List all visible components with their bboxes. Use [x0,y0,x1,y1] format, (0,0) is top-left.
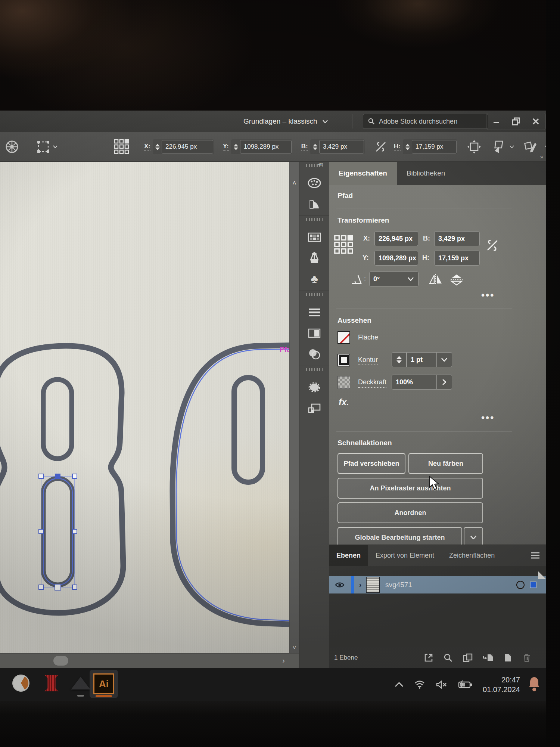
recolor-button[interactable]: Neu färben [408,453,483,474]
layer-name[interactable]: svg4571 [385,581,412,589]
close-button[interactable] [526,113,545,130]
expand-panel-chevrons[interactable]: » [540,154,542,160]
tab-zeichenflaechen[interactable]: Zeichenflächen [442,545,502,566]
align-to-pixel-grid-button[interactable]: An Pixelraster ausrichten [337,478,483,499]
x-value-input[interactable]: 226,945 px [162,140,213,154]
opacity-swatch[interactable] [337,376,350,389]
transform-button[interactable] [466,139,482,155]
visibility-eye-icon[interactable] [335,582,345,588]
b-value-input[interactable]: 3,429 px [319,140,364,154]
gradient-slider-icon[interactable] [307,327,321,340]
horizontal-scrollbar[interactable]: › [0,653,299,668]
transform-y-input[interactable]: 1098,289 px [374,251,418,266]
scroll-right-icon[interactable]: › [282,656,285,665]
wifi-icon[interactable] [414,680,425,689]
swatches-panel-icon[interactable] [307,231,321,244]
fx-effects-button[interactable]: fx. [339,397,349,407]
taskbar-app-red[interactable] [41,673,62,694]
selection-options-icon[interactable] [307,381,321,394]
reference-point-grid-icon[interactable] [333,234,354,255]
gradient-panel-icon[interactable] [307,198,321,210]
vertical-scrollbar[interactable]: ˄ ˅ [289,162,299,653]
collapse-dock-chevrons[interactable]: «« [318,161,323,167]
transparency-panel-icon[interactable] [307,348,321,360]
x-stepper[interactable] [153,140,162,153]
taskbar-clock[interactable]: 20:47 01.07.2024 [483,675,520,694]
tab-bibliotheken[interactable]: Bibliotheken [397,162,455,185]
flip-horizontal-icon[interactable] [429,273,442,286]
y-stepper[interactable] [232,140,240,153]
hscroll-thumb[interactable] [53,656,68,666]
h-stepper[interactable] [404,140,412,153]
link-dimensions-toggle[interactable] [374,140,387,153]
volume-muted-icon[interactable] [436,680,448,689]
stroke-width-dropdown[interactable] [436,352,452,367]
new-layer-icon[interactable] [504,653,513,663]
scroll-down-icon[interactable]: ˅ [292,646,296,650]
layer-selected-square[interactable] [530,582,536,588]
show-hidden-icons-chevron[interactable] [395,682,404,687]
layer-row-selected[interactable]: › svg4571 [329,576,546,593]
expand-layer-chevron[interactable]: › [359,581,361,589]
taskbar-app-inkscape[interactable] [70,673,91,694]
collect-for-export-icon[interactable] [424,653,433,663]
shear-tool-button[interactable] [492,139,514,155]
tab-ebenen[interactable]: Ebenen [329,545,368,566]
stroke-panel-icon[interactable] [307,306,321,319]
restore-button[interactable] [506,113,526,130]
bounding-box-tool-button[interactable] [36,139,57,154]
opacity-label[interactable]: Deckkraft [358,378,386,388]
stroke-width-input[interactable]: 1 pt [407,352,440,367]
rotate-angle-input[interactable]: 0° [369,272,407,286]
artboard-canvas[interactable]: Pfa [0,162,289,653]
layers-menu-button[interactable] [531,545,546,566]
fill-swatch-none[interactable] [337,331,350,344]
adobe-stock-search-input[interactable]: Adobe Stock durchsuchen [363,114,488,129]
new-sublayer-icon[interactable] [483,653,494,663]
transform-x-input[interactable]: 226,945 px [374,231,418,246]
layer-thumbnail[interactable] [366,577,380,593]
flip-vertical-icon[interactable] [450,273,463,286]
stroke-width-stepper[interactable] [392,352,407,367]
y-value-input[interactable]: 1098,289 px [240,140,292,154]
arrange-button[interactable]: Anordnen [337,502,483,523]
fill-label[interactable]: Fläche [358,334,378,341]
stroke-swatch[interactable] [337,354,350,366]
layer-target-circle[interactable] [516,581,525,589]
make-clipping-mask-icon[interactable] [463,653,473,663]
reference-point-selector[interactable] [113,139,130,155]
angle-dropdown-button[interactable] [403,272,419,286]
b-stepper[interactable] [311,140,319,153]
symbols-panel-icon[interactable]: ♣ [307,273,321,285]
dock-grip[interactable] [306,293,323,296]
transform-h-input[interactable]: 17,159 px [434,251,480,266]
workspace-preset-dropdown[interactable]: Grundlagen – klassisch [243,115,328,128]
tab-eigenschaften[interactable]: Eigenschaften [329,162,397,185]
brushes-panel-icon[interactable] [307,252,321,264]
color-palette-icon[interactable] [307,177,321,189]
pen-options-button[interactable] [523,139,546,155]
transform-b-input[interactable]: 3,429 px [434,231,480,246]
artboards-panel-icon[interactable] [307,402,321,415]
appearance-more-options[interactable]: ••• [481,412,495,424]
locate-object-icon[interactable] [443,653,453,663]
opacity-input[interactable]: 100% [392,375,440,390]
h-value-input[interactable]: 17,159 px [412,140,457,154]
opacity-flyout-button[interactable] [436,375,452,390]
delete-layer-trash-icon[interactable] [522,653,531,663]
scroll-up-icon[interactable]: ˄ [292,181,296,185]
battery-charging-icon[interactable] [458,680,472,689]
minimize-button[interactable] [486,113,506,130]
stroke-label[interactable]: Kontur [358,356,378,365]
digit-9-outline-lower [172,490,289,624]
unlink-proportions-icon[interactable] [485,237,500,254]
transform-more-options[interactable]: ••• [481,289,495,301]
dock-grip[interactable] [306,368,323,371]
notification-bell-button[interactable] [528,676,541,692]
dock-grip[interactable] [306,218,323,221]
taskbar-app-browser[interactable] [10,673,31,694]
taskbar-app-illustrator[interactable]: Ai [90,670,118,698]
move-path-button[interactable]: Pfad verschieben [337,453,405,474]
illustrator-home-button[interactable] [5,140,19,154]
tab-export-von-element[interactable]: Export von Element [368,545,442,566]
